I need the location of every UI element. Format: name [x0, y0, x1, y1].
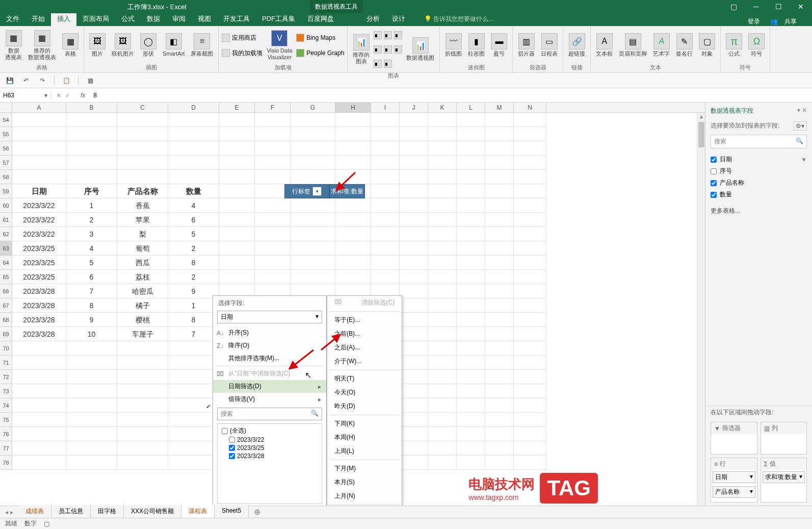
- cell-H55[interactable]: [335, 127, 371, 141]
- cell-E65[interactable]: [219, 270, 255, 284]
- cell-J72[interactable]: [400, 370, 428, 384]
- cell-K67[interactable]: [428, 298, 457, 313]
- col-header-G[interactable]: G: [291, 103, 335, 112]
- cell-M78[interactable]: [485, 456, 514, 470]
- submenu-item-10[interactable]: 本周(H): [327, 431, 402, 444]
- cell-N74[interactable]: [514, 398, 546, 413]
- filter-search-input[interactable]: 搜索🔍: [217, 408, 322, 420]
- cell-A75[interactable]: [12, 413, 66, 427]
- cell-M60[interactable]: [485, 198, 514, 213]
- cell-J54[interactable]: [400, 113, 428, 127]
- equation-button[interactable]: π公式: [724, 32, 744, 58]
- cell-L74[interactable]: [457, 398, 485, 413]
- cell-A71[interactable]: [12, 356, 66, 370]
- cell-J67[interactable]: [400, 298, 428, 313]
- cell-A73[interactable]: [12, 384, 66, 398]
- table-button[interactable]: ▦表格: [60, 32, 81, 58]
- cell-E59[interactable]: [219, 184, 255, 198]
- cell-N65[interactable]: [514, 270, 546, 284]
- cell-J57[interactable]: [400, 156, 428, 170]
- cell-C70[interactable]: [117, 341, 168, 356]
- cell-J55[interactable]: [400, 127, 428, 141]
- cell-N75[interactable]: [514, 413, 546, 427]
- cell-I63[interactable]: [371, 241, 400, 256]
- cell-K66[interactable]: [428, 284, 457, 298]
- cell-M59[interactable]: [485, 184, 514, 198]
- cell-B63[interactable]: 4: [66, 241, 117, 256]
- cell-C71[interactable]: [117, 356, 168, 370]
- cell-A56[interactable]: [12, 141, 66, 156]
- cell-J58[interactable]: [400, 170, 428, 184]
- cell-N69[interactable]: [514, 327, 546, 341]
- cell-C74[interactable]: [117, 398, 168, 413]
- cell-H57[interactable]: [335, 156, 371, 170]
- cell-D63[interactable]: 2: [168, 241, 219, 256]
- cell-N60[interactable]: [514, 198, 546, 213]
- cell-H64[interactable]: [335, 256, 371, 270]
- macro-record-icon[interactable]: ▢: [44, 520, 49, 527]
- cell-I55[interactable]: [371, 127, 400, 141]
- cell-G62[interactable]: [291, 227, 335, 241]
- cell-B67[interactable]: 8: [66, 298, 117, 313]
- cell-G61[interactable]: [291, 213, 335, 227]
- cell-J63[interactable]: [400, 241, 428, 256]
- cell-H61[interactable]: [335, 213, 371, 227]
- cell-A55[interactable]: [12, 127, 66, 141]
- cell-A70[interactable]: [12, 341, 66, 356]
- column-zone[interactable]: ▥列: [761, 422, 807, 455]
- row-header-55[interactable]: 55: [0, 127, 12, 141]
- cell-C55[interactable]: [117, 127, 168, 141]
- row-header-76[interactable]: 76: [0, 427, 12, 441]
- cell-J75[interactable]: [400, 413, 428, 427]
- cell-G57[interactable]: [291, 156, 335, 170]
- cell-C65[interactable]: 荔枝: [117, 270, 168, 284]
- name-box[interactable]: H63▾: [0, 92, 51, 99]
- cell-D56[interactable]: [168, 141, 219, 156]
- cell-B57[interactable]: [66, 156, 117, 170]
- cell-C68[interactable]: 樱桃: [117, 313, 168, 327]
- cell-J69[interactable]: [400, 327, 428, 341]
- row-header-66[interactable]: 66: [0, 284, 12, 298]
- cell-C60[interactable]: 香蕉: [117, 198, 168, 213]
- save-icon[interactable]: 💾: [5, 76, 14, 85]
- pivotchart-button[interactable]: 📊数据透视图: [404, 36, 436, 62]
- app-store-button[interactable]: 应用商店: [222, 31, 263, 45]
- cell-N66[interactable]: [514, 284, 546, 298]
- cell-G65[interactable]: [291, 270, 335, 284]
- value-filter-item[interactable]: 值筛选(V)▸: [213, 393, 326, 406]
- col-header-A[interactable]: A: [12, 103, 66, 112]
- field-2[interactable]: 产品名称: [711, 177, 807, 189]
- cell-B59[interactable]: 序号: [66, 184, 117, 198]
- cell-L72[interactable]: [457, 370, 485, 384]
- cell-D77[interactable]: [168, 441, 219, 456]
- cell-E62[interactable]: [219, 227, 255, 241]
- cell-M57[interactable]: [485, 156, 514, 170]
- cell-M73[interactable]: [485, 384, 514, 398]
- cell-A67[interactable]: 2023/3/28: [12, 298, 66, 313]
- sheet-tab-3[interactable]: XXX公司销售额: [124, 505, 181, 519]
- undo-icon[interactable]: ↶: [21, 76, 31, 85]
- cell-B64[interactable]: 5: [66, 256, 117, 270]
- chart-type-1[interactable]: ∎∎∎: [374, 28, 402, 42]
- cell-L71[interactable]: [457, 356, 485, 370]
- col-header-C[interactable]: C: [117, 103, 168, 112]
- cell-D78[interactable]: [168, 456, 219, 470]
- cell-K71[interactable]: [428, 356, 457, 370]
- cell-H65[interactable]: [335, 270, 371, 284]
- col-header-M[interactable]: M: [485, 103, 514, 112]
- cell-D62[interactable]: 5: [168, 227, 219, 241]
- cell-A59[interactable]: 日期: [12, 184, 66, 198]
- sparkline-line-button[interactable]: 〰折线图: [443, 32, 464, 58]
- cell-L59[interactable]: [457, 184, 485, 198]
- tab-7[interactable]: 视图: [192, 12, 217, 26]
- cell-C67[interactable]: 橘子: [117, 298, 168, 313]
- cell-I59[interactable]: [371, 184, 400, 198]
- cell-M56[interactable]: [485, 141, 514, 156]
- clear-icon[interactable]: ▦: [86, 76, 95, 85]
- cell-I54[interactable]: [371, 113, 400, 127]
- row-header-70[interactable]: 70: [0, 341, 12, 356]
- cell-G54[interactable]: [291, 113, 335, 127]
- field-1[interactable]: 序号: [711, 165, 807, 177]
- cell-M62[interactable]: [485, 227, 514, 241]
- col-header-B[interactable]: B: [66, 103, 117, 112]
